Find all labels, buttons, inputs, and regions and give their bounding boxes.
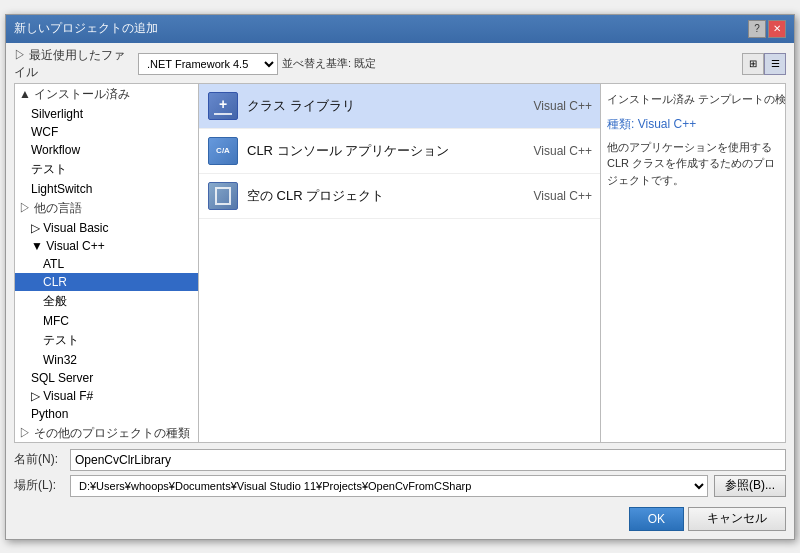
wcf-label: WCF (31, 125, 58, 139)
close-button[interactable]: ✕ (768, 20, 786, 38)
python-label: Python (31, 407, 68, 421)
vfsharp-label: ▷ Visual F# (31, 389, 93, 403)
empty-clr-type: Visual C++ (512, 189, 592, 203)
name-row: 名前(N): (14, 449, 786, 471)
tree-item-installed[interactable]: ▲ インストール済み (15, 84, 198, 105)
location-row: 場所(L): D:¥Users¥whoops¥Documents¥Visual … (14, 475, 786, 497)
empty-clr-icon (207, 180, 239, 212)
tree-item-lightswitch[interactable]: LightSwitch (15, 180, 198, 198)
tree-item-win32[interactable]: Win32 (15, 351, 198, 369)
other-lang-label: ▷ 他の言語 (19, 200, 82, 217)
framework-select[interactable]: .NET Framework 4.5 (138, 53, 278, 75)
cancel-button[interactable]: キャンセル (688, 507, 786, 531)
tree-item-vfsharp[interactable]: ▷ Visual F# (15, 387, 198, 405)
class-library-icon: + (207, 90, 239, 122)
bottom-buttons: OK キャンセル (14, 507, 786, 531)
all-label: 全般 (43, 293, 67, 310)
top-bar: ▷ 最近使用したファイル .NET Framework 4.5 並べ替え基準: … (14, 51, 786, 77)
bottom-section: 名前(N): 場所(L): D:¥Users¥whoops¥Documents¥… (14, 449, 786, 497)
grid-view-button[interactable]: ⊞ (742, 53, 764, 75)
name-input[interactable] (70, 449, 786, 471)
title-bar-buttons: ? ✕ (748, 20, 786, 38)
templates-panel: + クラス ライブラリ Visual C++ C/A CLR コンソール アプリ… (199, 83, 601, 443)
win32-label: Win32 (43, 353, 77, 367)
clr-console-name: CLR コンソール アプリケーション (247, 142, 504, 160)
tree-item-silverlight[interactable]: Silverlight (15, 105, 198, 123)
tree-item-vcpp[interactable]: ▼ Visual C++ (15, 237, 198, 255)
tree-item-vbasic[interactable]: ▷ Visual Basic (15, 219, 198, 237)
location-select[interactable]: D:¥Users¥whoops¥Documents¥Visual Studio … (70, 475, 708, 497)
sort-label: 並べ替え基準: 既定 (282, 56, 376, 71)
browse-button[interactable]: 参照(B)... (714, 475, 786, 497)
lightswitch-label: LightSwitch (31, 182, 92, 196)
vbasic-label: ▷ Visual Basic (31, 221, 108, 235)
sqlserver-label: SQL Server (31, 371, 93, 385)
empty-icon-inner (215, 187, 231, 205)
icon-plus: + (219, 97, 227, 111)
clr-label: CLR (43, 275, 67, 289)
main-content: ▲ インストール済み Silverlight WCF Workflow テスト … (14, 83, 786, 443)
recent-label: ▷ 最近使用したファイル (14, 47, 134, 81)
tree-item-other-projects[interactable]: ▷ その他のプロジェクトの種類 (15, 423, 198, 443)
view-buttons: ⊞ ☰ (742, 53, 786, 75)
workflow-label: Workflow (31, 143, 80, 157)
tree-item-clr[interactable]: CLR (15, 273, 198, 291)
tree-item-atl[interactable]: ATL (15, 255, 198, 273)
clr-console-type: Visual C++ (512, 144, 592, 158)
name-label: 名前(N): (14, 451, 64, 468)
template-class-library[interactable]: + クラス ライブラリ Visual C++ (199, 84, 600, 129)
test2-label: テスト (43, 332, 79, 349)
mfc-label: MFC (43, 314, 69, 328)
title-bar: 新しいプロジェクトの追加 ? ✕ (6, 15, 794, 43)
type-label: 種類: (607, 117, 634, 131)
clr-icon-box: C/A (208, 137, 238, 165)
empty-clr-name: 空の CLR プロジェクト (247, 187, 504, 205)
tree-item-all[interactable]: 全般 (15, 291, 198, 312)
location-label: 場所(L): (14, 477, 64, 494)
main-dialog: 新しいプロジェクトの追加 ? ✕ ▷ 最近使用したファイル .NET Frame… (5, 14, 795, 540)
tree-item-test2[interactable]: テスト (15, 330, 198, 351)
vcpp-label: ▼ Visual C++ (31, 239, 105, 253)
info-type-row: 種類: Visual C++ (607, 116, 779, 133)
ok-button[interactable]: OK (629, 507, 684, 531)
tree-item-wcf[interactable]: WCF (15, 123, 198, 141)
empty-icon-box (208, 182, 238, 210)
tree-item-workflow[interactable]: Workflow (15, 141, 198, 159)
installed-label: ▲ インストール済み (19, 86, 130, 103)
info-panel: インストール済み テンプレートの検索 🔍 種類: Visual C++ 他のアプ… (601, 83, 786, 443)
class-library-name: クラス ライブラリ (247, 97, 504, 115)
other-projects-label: ▷ その他のプロジェクトの種類 (19, 425, 190, 442)
atl-label: ATL (43, 257, 64, 271)
dialog-body: ▷ 最近使用したファイル .NET Framework 4.5 並べ替え基準: … (6, 43, 794, 539)
list-view-button[interactable]: ☰ (764, 53, 786, 75)
clr-console-icon: C/A (207, 135, 239, 167)
help-button[interactable]: ? (748, 20, 766, 38)
class-library-type: Visual C++ (512, 99, 592, 113)
tree-item-other-lang[interactable]: ▷ 他の言語 (15, 198, 198, 219)
icon-line1 (214, 113, 232, 115)
test-label: テスト (31, 161, 67, 178)
tree-item-sqlserver[interactable]: SQL Server (15, 369, 198, 387)
dialog-title: 新しいプロジェクトの追加 (14, 20, 158, 37)
search-row: インストール済み テンプレートの検索 🔍 (607, 90, 779, 110)
template-clr-console[interactable]: C/A CLR コンソール アプリケーション Visual C++ (199, 129, 600, 174)
left-tree-panel: ▲ インストール済み Silverlight WCF Workflow テスト … (14, 83, 199, 443)
tree-item-mfc[interactable]: MFC (15, 312, 198, 330)
tree-item-python[interactable]: Python (15, 405, 198, 423)
tree-item-test[interactable]: テスト (15, 159, 198, 180)
search-label: インストール済み テンプレートの検索 (607, 92, 786, 107)
type-value: Visual C++ (638, 117, 696, 131)
silverlight-label: Silverlight (31, 107, 83, 121)
template-empty-clr[interactable]: 空の CLR プロジェクト Visual C++ (199, 174, 600, 219)
info-description: 他のアプリケーションを使用する CLR クラスを作成するためのプロジェクトです。 (607, 139, 779, 189)
